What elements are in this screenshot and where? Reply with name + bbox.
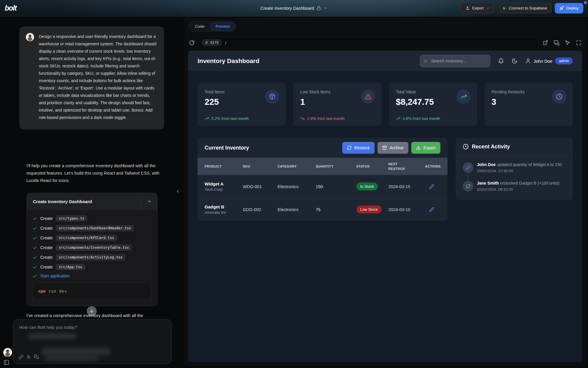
artifact-collapse-button[interactable] — [141, 193, 157, 210]
archive-icon — [382, 145, 387, 150]
clock-icon — [463, 144, 469, 150]
deploy-button[interactable]: Deploy — [555, 3, 583, 14]
file-chip[interactable]: src/components/DashboardHeader.tsx — [56, 225, 134, 231]
tab-code[interactable]: Code — [190, 22, 210, 31]
check-icon — [33, 236, 37, 240]
status-cell: Low Stock — [356, 205, 388, 213]
bolt-app: bolt Create Inventory Dashboard Export C… — [0, 0, 588, 368]
user-name: John Doe — [534, 59, 552, 64]
status-cell: In Stock — [356, 183, 388, 190]
file-chip[interactable]: src/types.ts — [56, 215, 87, 222]
upload-icon — [465, 6, 470, 10]
status-badge: In Stock — [356, 183, 378, 190]
artifact-step: Create src/components/ActivityLog.tsx — [33, 254, 151, 261]
file-chip[interactable]: src/App.tsx — [56, 264, 85, 270]
workbench-panel: Code Preview 5173 / Invent — [184, 18, 586, 366]
view-tabs: Code Preview — [184, 18, 240, 35]
trending-down-icon — [300, 116, 305, 121]
export-button[interactable]: Export — [461, 3, 494, 14]
bell-icon[interactable] — [498, 58, 504, 64]
file-chip[interactable]: src/components/KPICard.tsx — [56, 235, 117, 241]
lock-icon — [317, 6, 321, 10]
supabase-bolt-icon — [502, 6, 507, 11]
table-row[interactable]: Gadget B Innovate Inc GDG-002 Electronic… — [198, 198, 447, 221]
sparkles-icon[interactable] — [26, 355, 31, 359]
restock-button[interactable]: Restock — [342, 142, 374, 154]
activity-item: John Doe updated quantity of Widget A to… — [463, 162, 570, 173]
pencil-icon — [429, 207, 434, 212]
chat-mode-icon[interactable] — [34, 354, 39, 359]
bolt-logo[interactable]: bolt — [5, 4, 16, 12]
kpi-trend: 3.8% from last month — [396, 116, 440, 121]
app-header: Inventory Dashboard John Doe admin — [188, 51, 582, 71]
pencil-icon — [466, 165, 470, 170]
chat-collapse-handle[interactable] — [175, 189, 180, 194]
kpi-trend: 2.4% from last month — [300, 116, 345, 121]
trending-up-icon — [205, 116, 209, 121]
check-icon — [33, 246, 37, 250]
tab-preview[interactable]: Preview — [210, 22, 235, 31]
inventory-card: Current Inventory Restock Archive — [198, 138, 447, 221]
account-avatar[interactable] — [3, 348, 12, 357]
quantity-cell[interactable]: 75 — [316, 207, 356, 212]
col-quantity: QUANTITY — [316, 165, 356, 168]
project-title-menu[interactable]: Create Inventory Dashboard — [260, 6, 328, 11]
url-path: / — [225, 41, 226, 45]
check-icon — [33, 226, 37, 231]
assistant-intro-text: I'll help you create a comprehensive inv… — [26, 162, 162, 184]
package-icon — [269, 93, 275, 100]
user-icon — [525, 58, 531, 64]
activity-header: Recent Activity — [456, 138, 573, 156]
kpi-grid: Total Items 225 5.2% from last month Low… — [198, 82, 573, 126]
chat-input-toolbar — [19, 354, 39, 359]
artifact-step: Create src/components/KPICard.tsx — [33, 235, 151, 241]
chat-input-box[interactable] — [13, 319, 172, 364]
table-row[interactable]: Widget A Tech Corp WDG-001 Electronics 1… — [198, 175, 447, 198]
fullscreen-icon[interactable] — [576, 40, 581, 45]
redacted-blur — [28, 333, 77, 339]
export-csv-button[interactable]: Export — [411, 142, 440, 154]
artifact-header: Create Inventory Dashboard — [27, 193, 157, 210]
chevron-left-icon — [175, 189, 180, 194]
table-header: PRODUCT SKU CATEGORY QUANTITY STATUS NEX… — [198, 158, 447, 175]
alert-triangle-icon — [365, 93, 371, 100]
project-title: Create Inventory Dashboard — [260, 6, 314, 11]
notification-dot — [584, 1, 587, 4]
file-chip[interactable]: src/components/InventoryTable.tsx — [56, 244, 132, 251]
devices-icon[interactable] — [554, 40, 559, 46]
dark-mode-toggle-icon[interactable] — [512, 58, 517, 64]
top-bar: bolt Create Inventory Dashboard Export C… — [0, 0, 588, 16]
port-pill[interactable]: 5173 — [201, 39, 222, 46]
clock-icon — [556, 93, 562, 100]
search-input[interactable] — [430, 58, 487, 64]
category-cell: Electronics — [278, 184, 316, 189]
trending-up-icon — [396, 116, 400, 121]
inventory-search[interactable] — [420, 55, 490, 67]
user-message: Design a responsive and user-friendly in… — [19, 26, 164, 130]
preview-tools — [543, 40, 581, 46]
sidebar-toggle-button[interactable] — [4, 359, 9, 365]
sku-cell: GDG-002 — [243, 207, 278, 212]
attach-link-icon[interactable] — [19, 354, 24, 359]
edit-row-button[interactable] — [429, 184, 434, 189]
file-chip[interactable]: src/components/ActivityLog.tsx — [56, 254, 126, 261]
inspector-icon[interactable] — [565, 40, 570, 45]
assistant-outro-text: I've created a comprehensive inventory d… — [26, 313, 165, 318]
terminal-command: npmrun dev — [33, 282, 151, 300]
check-icon — [33, 274, 37, 278]
user-menu[interactable]: John Doe admin — [525, 57, 573, 64]
kpi-trend: 5.2% from last month — [205, 116, 249, 121]
col-actions: ACTIONS — [425, 165, 441, 168]
activity-item: Jane Smith restocked Gadget B (+100 unit… — [463, 181, 570, 192]
quantity-cell[interactable]: 150 — [316, 184, 356, 189]
archive-button[interactable]: Archive — [377, 142, 408, 154]
open-external-icon[interactable] — [543, 40, 548, 45]
top-bar-actions: Export Connect to Supabase Deploy — [461, 3, 583, 14]
start-application-link[interactable]: Start application — [40, 273, 70, 278]
search-icon — [424, 59, 427, 64]
reload-icon[interactable] — [189, 40, 195, 46]
artifact-card: Create Inventory Dashboard Create src/ty… — [26, 193, 158, 306]
connect-supabase-button[interactable]: Connect to Supabase — [497, 3, 552, 14]
edit-row-button[interactable] — [429, 207, 434, 212]
url-field[interactable]: 5173 / — [198, 37, 539, 48]
